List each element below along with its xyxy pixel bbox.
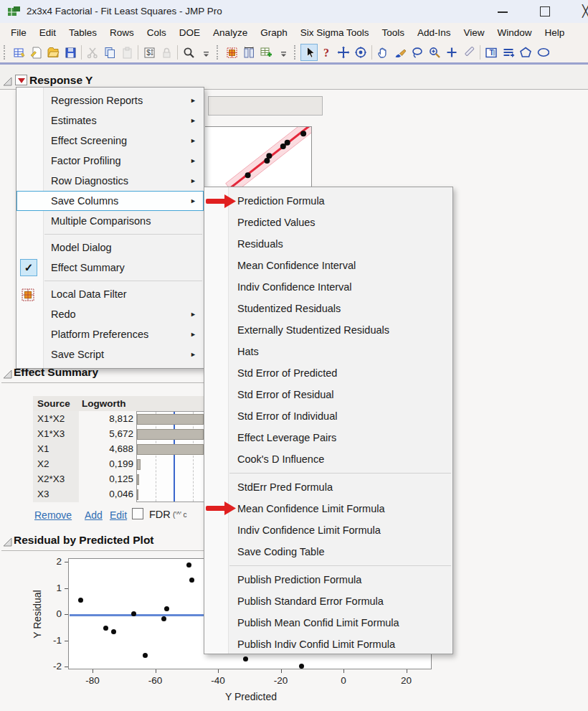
menu-item-row-diagnostics[interactable]: Row Diagnostics►	[16, 171, 204, 191]
menu-item-predicted-values[interactable]: Predicted Values	[204, 212, 452, 233]
menu-item-save-coding-table[interactable]: Save Coding Table	[204, 541, 452, 562]
search-icon[interactable]	[180, 44, 197, 61]
disclosure-triangle-effect-summary[interactable]	[2, 369, 14, 380]
remove-link[interactable]: Remove	[34, 509, 72, 521]
menu-item-factor-profiling[interactable]: Factor Profiling►	[16, 151, 204, 171]
toolbar-group-handle[interactable]	[294, 45, 298, 60]
help-icon[interactable]: ?	[318, 44, 335, 61]
effect-row-source[interactable]: X1	[37, 441, 79, 456]
disclosure-triangle-residual-plot[interactable]	[2, 537, 14, 548]
new-script-icon[interactable]	[27, 44, 44, 61]
add-link[interactable]: Add	[85, 509, 103, 521]
menubar-item-cols[interactable]: Cols	[141, 24, 173, 41]
red-triangle-menu-button[interactable]	[15, 75, 27, 85]
menu-item-prediction-formula[interactable]: Prediction Formula	[204, 190, 452, 212]
menubar-item-six-sigma-tools[interactable]: Six Sigma Tools	[294, 24, 376, 41]
copy-icon[interactable]	[101, 44, 118, 61]
menu-item-effect-summary[interactable]: Effect Summary✓	[16, 258, 204, 278]
menu-item-model-dialog[interactable]: Model Dialog	[16, 237, 204, 258]
menubar-item-window[interactable]: Window	[491, 24, 539, 41]
menubar-item-view[interactable]: View	[457, 24, 491, 41]
menu-item-indiv-confidence-limit-formula[interactable]: Indiv Confidence Limit Formula	[204, 519, 452, 541]
menu-item-externally-studentized-residuals[interactable]: Externally Studentized Residuals	[204, 319, 452, 341]
menubar-item-help[interactable]: Help	[539, 24, 572, 41]
paste-icon[interactable]	[118, 44, 136, 61]
magnifier-zoom-icon[interactable]	[426, 44, 443, 61]
fdr-checkbox[interactable]	[132, 508, 143, 519]
menu-item-platform-preferences[interactable]: Platform Preferences►	[16, 324, 204, 344]
compare-tables-icon[interactable]	[240, 44, 257, 61]
scatter-point	[186, 562, 191, 568]
menubar-item-add-ins[interactable]: Add-Ins	[411, 24, 457, 41]
menubar-item-file[interactable]: File	[4, 24, 33, 41]
cursor-icon[interactable]	[300, 44, 318, 61]
menu-item-studentized-residuals[interactable]: Studentized Residuals	[204, 298, 452, 319]
menu-item-residuals[interactable]: Residuals	[204, 233, 452, 255]
menu-item-publish-standard-error-formula[interactable]: Publish Standard Error Formula	[204, 590, 452, 612]
bullseye-icon[interactable]	[352, 44, 369, 61]
menu-item-mean-confidence-limit-formula[interactable]: Mean Confidence Limit Formula	[204, 498, 452, 519]
save-icon[interactable]	[62, 44, 79, 61]
menu-item-cook-s-d-influence[interactable]: Cook's D Influence	[204, 448, 452, 470]
menu-item-local-data-filter[interactable]: Local Data Filter	[16, 284, 204, 304]
checkmark-icon[interactable]: ✓	[20, 259, 37, 276]
effect-row-source[interactable]: X1*X2	[37, 411, 79, 426]
open-icon[interactable]	[44, 44, 62, 61]
plus-icon[interactable]	[443, 44, 460, 61]
effect-row-source[interactable]: X2	[37, 456, 79, 471]
effect-row-source[interactable]: X1*X3	[37, 426, 79, 441]
disclosure-triangle-response[interactable]	[2, 76, 14, 88]
data-table-icon[interactable]	[223, 44, 240, 61]
edit-link[interactable]: Edit	[110, 509, 127, 521]
minimize-button[interactable]	[498, 11, 508, 13]
menu-item-hats[interactable]: Hats	[204, 341, 452, 362]
cut-icon[interactable]	[84, 44, 101, 61]
menu-item-stderr-pred-formula[interactable]: StdErr Pred Formula	[204, 476, 452, 498]
menu-item-publish-mean-confid-limit-formula[interactable]: Publish Mean Confid Limit Formula	[204, 612, 452, 634]
menu-item-estimates[interactable]: Estimates►	[16, 110, 204, 131]
menu-item-std-error-of-individual[interactable]: Std Error of Individual	[204, 405, 452, 427]
join-tables-icon[interactable]	[257, 44, 275, 61]
menu-item-publish-prediction-formula[interactable]: Publish Prediction Formula	[204, 569, 452, 590]
menu-item-effect-leverage-pairs[interactable]: Effect Leverage Pairs	[204, 427, 452, 448]
menu-item-indiv-confidence-interval[interactable]: Indiv Confidence Interval	[204, 276, 452, 298]
menu-item-save-columns[interactable]: Save Columns►	[16, 191, 204, 211]
brush-icon[interactable]	[392, 44, 409, 61]
maximize-button[interactable]	[540, 6, 550, 17]
polygon-icon[interactable]	[517, 44, 534, 61]
menubar-item-doe[interactable]: DOE	[173, 24, 207, 41]
menu-item-save-script[interactable]: Save Script►	[16, 344, 204, 364]
lock-icon[interactable]	[158, 44, 175, 61]
effect-row-source[interactable]: X2*X3	[37, 471, 79, 486]
lines-icon[interactable]	[500, 44, 517, 61]
lasso-icon[interactable]	[409, 44, 426, 61]
new-data-table-icon[interactable]	[10, 44, 27, 61]
menubar-item-analyze[interactable]: Analyze	[207, 24, 254, 41]
hand-icon[interactable]	[374, 44, 392, 61]
menubar-item-tools[interactable]: Tools	[375, 24, 411, 41]
menubar-item-tables[interactable]: Tables	[62, 24, 103, 41]
menu-item-std-error-of-predicted[interactable]: Std Error of Predicted	[204, 362, 452, 384]
close-button[interactable]: ╳	[581, 4, 588, 19]
menu-item-mean-confidence-interval[interactable]: Mean Confidence Interval	[204, 255, 452, 276]
pencil-icon[interactable]	[460, 44, 478, 61]
effect-row-source[interactable]: X3	[37, 486, 79, 502]
menu-item-multiple-comparisons[interactable]: Multiple Comparisons	[16, 211, 204, 231]
oval-icon[interactable]	[534, 44, 551, 61]
move-icon[interactable]	[335, 44, 352, 61]
column-preferences-icon[interactable]: $	[141, 44, 158, 61]
menu-item-regression-reports[interactable]: Regression Reports►	[16, 90, 204, 110]
menu-item-label: Row Diagnostics	[51, 175, 128, 187]
toolbar-group-handle[interactable]	[217, 45, 220, 60]
text-box-icon[interactable]: T	[483, 44, 500, 61]
menubar-item-rows[interactable]: Rows	[103, 24, 141, 41]
menubar-item-edit[interactable]: Edit	[33, 24, 62, 41]
menu-item-effect-screening[interactable]: Effect Screening►	[16, 131, 204, 151]
menu-item-publish-indiv-confid-limit-formula[interactable]: Publish Indiv Confid Limit Formula	[204, 634, 452, 655]
menubar-item-graph[interactable]: Graph	[254, 24, 294, 41]
overflow-icon[interactable]	[275, 44, 292, 61]
menu-item-redo[interactable]: Redo►	[16, 304, 204, 324]
overflow-icon[interactable]	[197, 44, 214, 61]
toolbar-group-handle[interactable]	[4, 45, 7, 60]
menu-item-std-error-of-residual[interactable]: Std Error of Residual	[204, 384, 452, 405]
